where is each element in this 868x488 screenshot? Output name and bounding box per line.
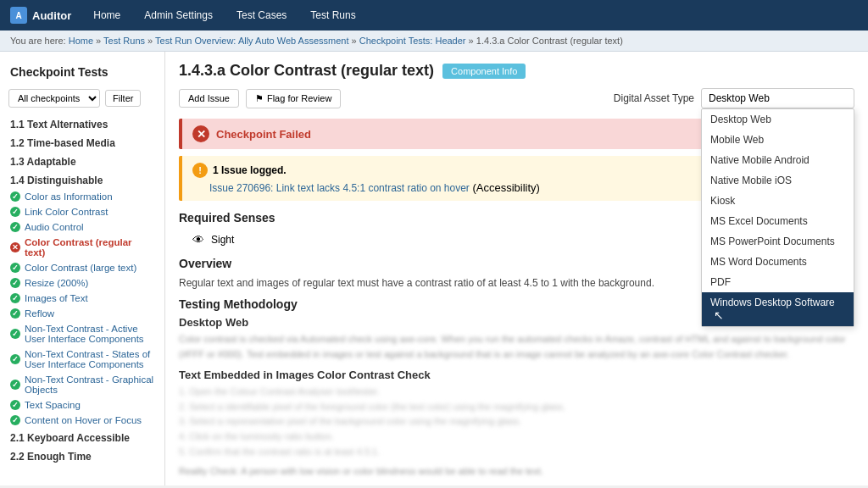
status-dot-green: ✓ [10, 222, 20, 232]
sidebar-section-1-1: 1.1 Text Alternatives [0, 114, 164, 133]
status-dot-green: ✓ [10, 415, 20, 425]
flag-icon: ⚑ [255, 93, 264, 104]
sidebar-link-label[interactable]: Non-Text Contrast - Active User Interfac… [25, 324, 154, 344]
page-title: 1.4.3.a Color Contrast (regular text) [179, 62, 434, 80]
eye-icon: 👁 [192, 233, 204, 247]
sidebar-link-non-text-states[interactable]: ✓ Non-Text Contrast - States of User Int… [0, 347, 164, 372]
page-title-row: 1.4.3.a Color Contrast (regular text) Co… [179, 62, 854, 80]
sidebar-link-label[interactable]: Non-Text Contrast - States of User Inter… [25, 349, 154, 369]
status-dot-green: ✓ [10, 278, 20, 288]
dropdown-option-native-ios[interactable]: Native Mobile iOS [702, 170, 854, 191]
sidebar-link-reflow[interactable]: ✓ Reflow [0, 306, 164, 321]
status-dot-green: ✓ [10, 207, 20, 217]
fail-icon: ✕ [192, 125, 209, 142]
sidebar-section-1-3: 1.3 Adaptable [0, 152, 164, 170]
nav-admin-settings[interactable]: Admin Settings [139, 6, 218, 25]
component-info-button[interactable]: Component Info [442, 64, 526, 79]
dropdown-option-ms-word[interactable]: MS Word Documents [702, 252, 854, 272]
blurred-list: 1. Open the Colour Contrast Analyser too… [179, 385, 854, 459]
asset-dropdown-wrapper: Desktop Web Mobile Web Native Mobile And… [701, 88, 854, 108]
sidebar-link-label[interactable]: Color Contrast (regular text) [25, 237, 154, 258]
asset-type-label: Digital Asset Type [614, 92, 694, 104]
dropdown-option-pdf[interactable]: PDF [702, 272, 854, 292]
warning-icon: ! [192, 163, 208, 178]
nav-test-cases[interactable]: Test Cases [231, 6, 292, 25]
top-navigation: A Auditor Home Admin Settings Test Cases… [0, 0, 868, 30]
dropdown-option-ms-excel[interactable]: MS Excel Documents [702, 211, 854, 231]
app-logo: A Auditor [10, 7, 71, 24]
sidebar-link-label[interactable]: Non-Text Contrast - Graphical Objects [25, 374, 154, 395]
main-content: 1.4.3.a Color Contrast (regular text) Co… [165, 52, 868, 485]
status-dot-red: ✕ [10, 242, 20, 252]
sidebar-link-label[interactable]: Audio Control [25, 222, 84, 232]
status-dot-green: ✓ [10, 354, 20, 364]
asset-type-select[interactable]: Desktop Web Mobile Web Native Mobile And… [701, 88, 854, 108]
main-container: Checkpoint Tests All checkpoints Filter … [0, 52, 868, 485]
sight-label: Sight [211, 234, 234, 246]
dropdown-option-ms-powerpoint[interactable]: MS PowerPoint Documents [702, 231, 854, 252]
dropdown-option-kiosk[interactable]: Kiosk [702, 191, 854, 211]
toolbar-row: Add Issue ⚑ Flag for Review Digital Asse… [179, 88, 854, 108]
status-dot-green: ✓ [10, 191, 20, 202]
sidebar-link-color-contrast-large[interactable]: ✓ Color Contrast (large text) [0, 260, 164, 275]
checkpoint-failed-text: Checkpoint Failed [216, 128, 311, 141]
issue-link[interactable]: Issue 270696: Link text lacks 4.5:1 cont… [209, 182, 470, 194]
nav-test-runs[interactable]: Test Runs [305, 6, 360, 25]
filter-select[interactable]: All checkpoints [8, 89, 100, 108]
sidebar-link-label[interactable]: Link Color Contrast [25, 207, 108, 217]
sidebar-link-non-text-active[interactable]: ✓ Non-Text Contrast - Active User Interf… [0, 321, 164, 347]
dropdown-option-desktop-web[interactable]: Desktop Web [702, 109, 854, 130]
issue-count: 1 Issue logged. [213, 164, 287, 176]
sidebar-link-text-spacing[interactable]: ✓ Text Spacing [0, 397, 164, 413]
breadcrumb-checkpoint-tests[interactable]: Checkpoint Tests: Header [359, 36, 466, 46]
sidebar-link-label[interactable]: Resize (200%) [25, 278, 88, 288]
sidebar-link-audio[interactable]: ✓ Audio Control [0, 219, 164, 235]
sidebar-link-images-text[interactable]: ✓ Images of Text [0, 291, 164, 306]
breadcrumb: You are here: Home » Test Runs » Test Ru… [0, 30, 868, 52]
flag-review-button[interactable]: ⚑ Flag for Review [246, 89, 341, 108]
breadcrumb-test-run-overview[interactable]: Test Run Overview: Ally Auto Web Assessm… [155, 36, 348, 46]
sidebar-link-color-contrast-regular[interactable]: ✕ Color Contrast (regular text) [0, 235, 164, 260]
status-dot-green: ✓ [10, 263, 20, 273]
breadcrumb-home[interactable]: Home [69, 36, 93, 46]
blurred-list-item: 4. Click on the luminosity ratio button. [179, 430, 854, 445]
blurred-list-item: 5. Confirm that the contrast ratio is at… [179, 445, 854, 460]
sidebar-link-link-color[interactable]: ✓ Link Color Contrast [0, 204, 164, 219]
blurred-list-item: 3. Select a representative pixel of the … [179, 414, 854, 430]
sidebar-section-2-1: 2.1 Keyboard Accessible [0, 428, 164, 446]
sidebar-link-hover-focus[interactable]: ✓ Content on Hover or Focus [0, 413, 164, 428]
dropdown-option-native-android[interactable]: Native Mobile Android [702, 150, 854, 170]
sidebar-link-label[interactable]: Content on Hover or Focus [25, 415, 142, 425]
filter-button[interactable]: Filter [105, 90, 141, 107]
logo-icon: A [10, 7, 27, 24]
sidebar-section-1-2: 1.2 Time-based Media [0, 133, 164, 152]
issue-tag: (Accessibility) [472, 181, 539, 194]
nav-home[interactable]: Home [88, 6, 125, 25]
blurred-para: Color contrast is checked via Automated … [179, 332, 854, 362]
sidebar-link-non-text-graphical[interactable]: ✓ Non-Text Contrast - Graphical Objects [0, 372, 164, 397]
sidebar-link-color-info[interactable]: ✓ Color as Information [0, 189, 164, 204]
blurred-list-item: 2. Select a identifiable pixel of the fo… [179, 400, 854, 415]
app-name: Auditor [32, 9, 71, 22]
blurred-subheading: Text Embedded in Images Color Contrast C… [179, 369, 854, 381]
filter-row: All checkpoints Filter [0, 86, 164, 114]
add-issue-button[interactable]: Add Issue [179, 89, 239, 108]
status-dot-green: ✓ [10, 380, 20, 390]
dropdown-option-mobile-web[interactable]: Mobile Web [702, 130, 854, 150]
asset-dropdown-open[interactable]: Desktop Web Mobile Web Native Mobile And… [701, 108, 854, 327]
status-dot-green: ✓ [10, 400, 20, 410]
status-dot-green: ✓ [10, 308, 20, 319]
sidebar-link-label[interactable]: Color Contrast (large text) [25, 263, 136, 273]
sidebar-link-resize[interactable]: ✓ Resize (200%) [0, 275, 164, 291]
sidebar-section-1-4: 1.4 Distinguishable [0, 170, 164, 189]
sidebar-section-2-2: 2.2 Enough Time [0, 446, 164, 465]
sidebar-link-label[interactable]: Reflow [25, 308, 54, 319]
sidebar-link-label[interactable]: Text Spacing [25, 400, 81, 410]
sidebar-link-label[interactable]: Color as Information [25, 191, 113, 202]
blurred-list-item: 1. Open the Colour Contrast Analyser too… [179, 385, 854, 400]
status-dot-green: ✓ [10, 329, 20, 339]
breadcrumb-test-runs[interactable]: Test Runs [103, 36, 145, 46]
sidebar-link-label[interactable]: Images of Text [25, 293, 88, 303]
status-dot-green: ✓ [10, 293, 20, 303]
dropdown-option-windows-desktop[interactable]: Windows Desktop Software↖ [702, 292, 854, 326]
